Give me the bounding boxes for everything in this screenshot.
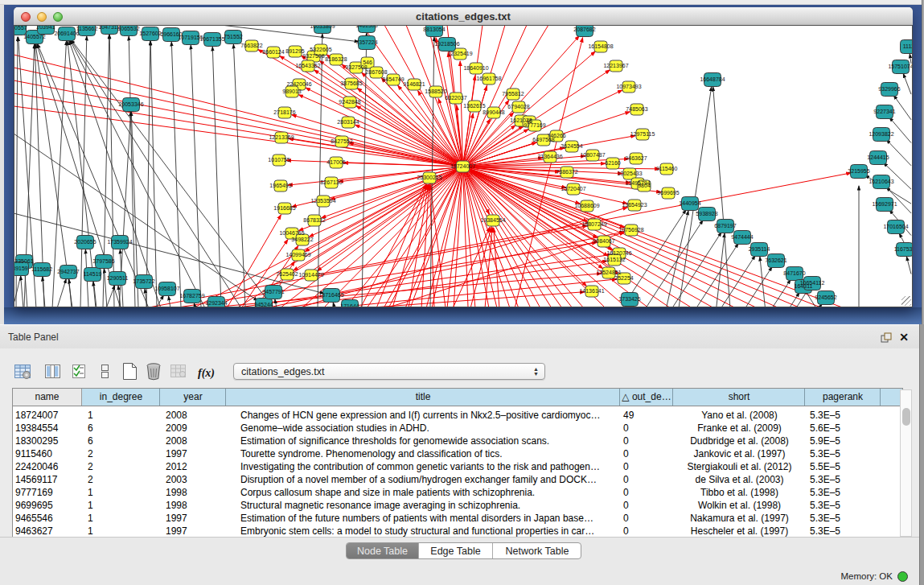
svg-text:18640910: 18640910	[463, 65, 488, 71]
svg-text:10025433: 10025433	[617, 171, 642, 176]
svg-text:13716465: 13716465	[318, 292, 343, 298]
svg-text:1244415: 1244415	[867, 154, 889, 160]
svg-text:171644: 171644	[340, 303, 359, 307]
svg-text:6794028: 6794028	[507, 104, 529, 109]
svg-text:12325419: 12325419	[447, 51, 472, 56]
svg-text:15751074: 15751074	[888, 64, 912, 69]
svg-text:1916685: 1916685	[273, 205, 295, 211]
svg-text:10807487: 10807487	[580, 152, 605, 158]
svg-text:62160: 62160	[605, 160, 621, 166]
svg-text:1290511: 1290511	[107, 275, 129, 281]
svg-text:12213369: 12213369	[269, 134, 294, 140]
svg-text:9457791: 9457791	[262, 289, 284, 295]
svg-text:8471670: 8471670	[783, 270, 805, 276]
svg-text:9242848: 9242848	[339, 99, 360, 105]
svg-text:2020655: 2020655	[74, 239, 96, 245]
svg-text:10756928: 10756928	[618, 227, 643, 233]
svg-text:546: 546	[363, 60, 372, 65]
svg-text:22420046: 22420046	[286, 81, 311, 87]
svg-text:1135662: 1135662	[76, 26, 98, 31]
svg-text:989013: 989013	[282, 89, 301, 94]
svg-text:7625402: 7625402	[276, 271, 298, 277]
svg-text:17016504: 17016504	[883, 224, 908, 229]
svg-text:16210643: 16210643	[869, 179, 893, 184]
svg-text:114519: 114519	[84, 271, 102, 277]
svg-text:2803144: 2803144	[337, 119, 359, 125]
svg-text:10914479: 10914479	[298, 272, 323, 278]
svg-text:203941: 203941	[36, 26, 55, 30]
svg-text:7386372: 7386372	[556, 169, 577, 175]
svg-text:16961758: 16961758	[476, 76, 501, 81]
svg-text:12975115: 12975115	[630, 131, 655, 137]
svg-text:2718176: 2718176	[273, 109, 295, 115]
svg-text:9227341: 9227341	[873, 109, 895, 114]
svg-text:9146821: 9146821	[403, 81, 425, 87]
svg-text:13654923: 13654923	[622, 202, 647, 208]
svg-text:8454749: 8454749	[382, 76, 404, 82]
svg-text:15720407: 15720407	[561, 186, 585, 192]
svg-text:12213967: 12213967	[603, 63, 628, 68]
svg-text:10973493: 10973493	[616, 84, 641, 89]
svg-text:746266: 746266	[547, 133, 565, 138]
svg-text:1112: 1112	[903, 43, 912, 49]
svg-text:1405572: 1405572	[23, 34, 45, 39]
svg-text:12353594: 12353594	[310, 198, 335, 204]
svg-text:6322037: 6322037	[445, 95, 466, 101]
svg-text:3498222: 3498222	[291, 237, 313, 242]
svg-text:3624554: 3624554	[561, 143, 582, 149]
svg-text:7485063: 7485063	[626, 106, 647, 112]
svg-text:f(x): f(x)	[198, 367, 215, 380]
svg-text:6879197: 6879197	[714, 223, 736, 229]
svg-text:39159: 39159	[14, 266, 28, 271]
svg-text:9474444: 9474444	[731, 234, 753, 240]
svg-text:1292344: 1292344	[205, 300, 227, 306]
svg-text:140557: 140557	[14, 26, 27, 31]
svg-text:17359924: 17359924	[107, 239, 132, 245]
svg-text:1733426: 1733426	[618, 296, 640, 302]
svg-text:335061: 335061	[14, 258, 33, 264]
svg-text:8990448: 8990448	[483, 109, 504, 115]
svg-text:9804: 9804	[638, 183, 651, 188]
svg-text:2867608: 2867608	[365, 69, 387, 75]
svg-text:14136141: 14136141	[579, 288, 604, 294]
svg-text:1115682: 1115682	[31, 266, 52, 272]
svg-text:1588520: 1588520	[425, 89, 446, 94]
svg-text:19384554: 19384554	[480, 217, 505, 223]
svg-text:14099469: 14099469	[285, 252, 310, 257]
svg-text:9115460: 9115460	[656, 166, 678, 171]
svg-text:8186328: 8186328	[325, 56, 347, 62]
svg-text:2935114: 2935114	[749, 246, 770, 252]
svg-text:25300215: 25300215	[417, 175, 441, 180]
svg-text:20053346: 20053346	[118, 101, 143, 107]
svg-text:5938928: 5938928	[696, 211, 717, 216]
svg-text:1167534: 1167534	[894, 246, 912, 252]
svg-text:9777169: 9777169	[524, 122, 545, 128]
svg-text:1527602: 1527602	[139, 31, 161, 36]
svg-text:1965493: 1965493	[269, 183, 291, 188]
svg-text:7663822: 7663822	[240, 43, 262, 48]
svg-text:20691406: 20691406	[54, 31, 79, 36]
svg-text:3797586: 3797586	[92, 258, 114, 264]
svg-text:16120746: 16120746	[606, 250, 631, 256]
svg-text:10671355: 10671355	[199, 36, 224, 42]
svg-text:12093822: 12093822	[869, 131, 893, 137]
svg-text:19218506: 19218506	[434, 41, 459, 47]
svg-text:9327508: 9327508	[302, 53, 324, 59]
svg-text:16648784: 16648784	[700, 76, 725, 82]
svg-text:3215955: 3215955	[848, 168, 869, 174]
svg-text:252254: 252254	[614, 275, 633, 281]
svg-text:8660124: 8660124	[262, 49, 284, 55]
svg-text:1440954: 1440954	[679, 200, 700, 206]
svg-text:7632621: 7632621	[765, 257, 786, 263]
svg-text:13524851: 13524851	[596, 270, 621, 275]
svg-text:2942737: 2942737	[57, 269, 79, 274]
svg-text:9463627: 9463627	[625, 155, 647, 161]
svg-text:9699695: 9699695	[657, 190, 679, 196]
svg-text:1065532: 1065532	[117, 26, 139, 31]
svg-text:8678332: 8678332	[303, 217, 325, 223]
svg-text:8427552: 8427552	[331, 138, 352, 144]
svg-text:18724007: 18724007	[450, 163, 475, 169]
svg-text:18807249: 18807249	[581, 221, 606, 227]
svg-text:8813054: 8813054	[423, 27, 445, 32]
svg-text:2087682: 2087682	[573, 27, 595, 32]
